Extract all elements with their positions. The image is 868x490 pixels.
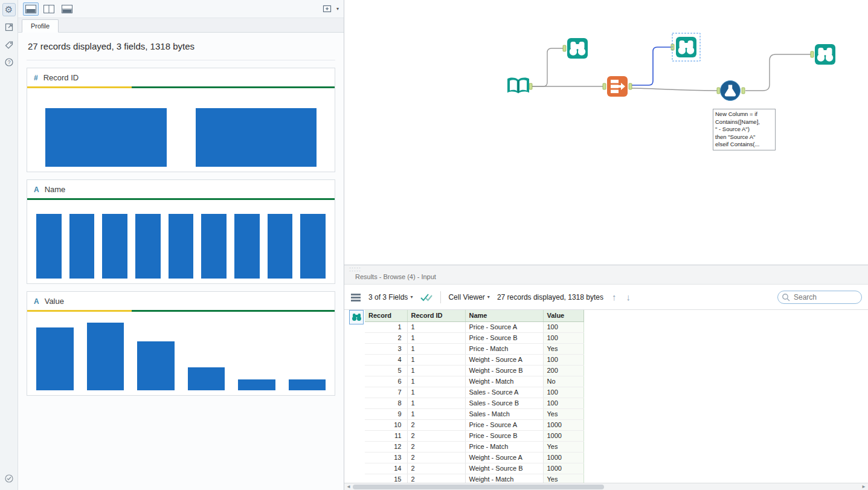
table-cell[interactable]: 100 bbox=[543, 387, 583, 398]
tool-browse-3[interactable] bbox=[815, 44, 835, 65]
table-cell[interactable]: 100 bbox=[543, 398, 583, 408]
table-cell[interactable]: 8 bbox=[365, 398, 407, 408]
table-cell[interactable]: 100 bbox=[543, 321, 583, 332]
layout-single-icon[interactable] bbox=[23, 2, 39, 16]
table-cell[interactable]: 2 bbox=[365, 332, 407, 343]
open-new-window-icon[interactable]: ▾ bbox=[323, 4, 339, 13]
connection[interactable] bbox=[745, 54, 811, 91]
table-row[interactable]: 122Price - MatchYes bbox=[365, 441, 583, 452]
cell-viewer-dropdown[interactable]: Cell Viewer ▾ bbox=[448, 293, 489, 301]
table-cell[interactable]: Yes bbox=[543, 441, 583, 452]
table-cell[interactable]: 100 bbox=[543, 332, 583, 343]
layout-split-horizontal-icon[interactable] bbox=[59, 2, 75, 16]
output-anchor[interactable] bbox=[629, 83, 632, 89]
table-cell[interactable]: 9 bbox=[365, 408, 407, 419]
scroll-right-icon[interactable]: ► bbox=[861, 484, 866, 489]
tool-browse-1[interactable] bbox=[567, 38, 588, 59]
table-row[interactable]: 91Sales - MatchYes bbox=[365, 408, 583, 419]
tool-browse-selected[interactable] bbox=[676, 37, 696, 57]
input-anchor[interactable] bbox=[717, 88, 720, 94]
table-cell[interactable]: Weight - Source B bbox=[465, 365, 543, 376]
input-anchor[interactable] bbox=[603, 83, 606, 89]
table-cell[interactable]: Sales - Match bbox=[465, 408, 543, 419]
table-cell[interactable]: 1 bbox=[407, 376, 465, 387]
table-cell[interactable]: Weight - Source A bbox=[465, 354, 543, 365]
table-cell[interactable]: Price - Source B bbox=[465, 430, 543, 441]
drag-handle[interactable]: ·········· bbox=[349, 266, 361, 272]
profile-field-card[interactable]: AValue bbox=[27, 291, 335, 396]
table-cell[interactable]: 2 bbox=[407, 452, 465, 463]
tab-profile[interactable]: Profile bbox=[22, 19, 59, 33]
table-cell[interactable]: 1 bbox=[365, 321, 407, 332]
table-cell[interactable]: Yes bbox=[543, 474, 583, 483]
table-cell[interactable]: 2 bbox=[407, 474, 465, 483]
table-cell[interactable]: 1 bbox=[407, 365, 465, 376]
horizontal-scrollbar[interactable]: ◄ ► bbox=[344, 483, 868, 490]
table-cell[interactable]: 7 bbox=[365, 387, 407, 398]
help-icon[interactable]: ? bbox=[2, 56, 16, 69]
table-cell[interactable]: 11 bbox=[365, 430, 407, 441]
table-cell[interactable]: Sales - Source A bbox=[465, 387, 543, 398]
column-header[interactable]: Value bbox=[543, 310, 583, 321]
table-cell[interactable]: Yes bbox=[543, 343, 583, 354]
scroll-down-icon[interactable]: ↓ bbox=[625, 292, 632, 302]
table-cell[interactable]: 13 bbox=[365, 452, 407, 463]
table-row[interactable]: 41Weight - Source A100 bbox=[365, 354, 583, 365]
browse-anchor-button[interactable] bbox=[349, 310, 364, 324]
table-cell[interactable]: 2 bbox=[407, 441, 465, 452]
table-cell[interactable]: Weight - Source A bbox=[465, 452, 543, 463]
table-cell[interactable]: Weight - Match bbox=[465, 474, 543, 483]
profile-field-card[interactable]: #Record ID bbox=[27, 68, 335, 172]
tool-arrange[interactable] bbox=[607, 76, 628, 97]
table-cell[interactable]: 2 bbox=[407, 463, 465, 474]
table-row[interactable]: 132Weight - Source A1000 bbox=[365, 452, 583, 463]
connection[interactable] bbox=[632, 88, 717, 91]
fit-canvas-icon[interactable] bbox=[2, 21, 16, 34]
scrollbar-thumb[interactable] bbox=[353, 485, 604, 489]
table-cell[interactable]: 10 bbox=[365, 419, 407, 430]
table-cell[interactable]: Price - Match bbox=[465, 343, 543, 354]
table-cell[interactable]: Price - Match bbox=[465, 441, 543, 452]
output-anchor[interactable] bbox=[529, 83, 532, 89]
table-row[interactable]: 152Weight - MatchYes bbox=[365, 474, 583, 483]
scroll-left-icon[interactable]: ◄ bbox=[346, 484, 351, 489]
workflow-canvas[interactable]: New Column = if Contains([Name], " - Sou… bbox=[344, 0, 868, 265]
table-row[interactable]: 112Price - Source B1000 bbox=[365, 430, 583, 441]
table-cell[interactable]: No bbox=[543, 376, 583, 387]
column-header[interactable]: Name bbox=[465, 310, 543, 321]
table-cell[interactable]: 1000 bbox=[543, 419, 583, 430]
table-cell[interactable]: 3 bbox=[365, 343, 407, 354]
table-cell[interactable]: 200 bbox=[543, 365, 583, 376]
table-cell[interactable]: 5 bbox=[365, 365, 407, 376]
column-header[interactable]: Record ID bbox=[407, 310, 465, 321]
input-anchor[interactable] bbox=[811, 51, 814, 57]
table-cell[interactable]: Price - Source B bbox=[465, 332, 543, 343]
table-cell[interactable]: 1000 bbox=[543, 430, 583, 441]
layout-split-vertical-icon[interactable] bbox=[41, 2, 57, 16]
table-row[interactable]: 51Weight - Source B200 bbox=[365, 365, 583, 376]
table-row[interactable]: 11Price - Source A100 bbox=[365, 321, 583, 332]
table-row[interactable]: 142Weight - Source B1000 bbox=[365, 463, 583, 474]
input-anchor[interactable] bbox=[563, 45, 566, 51]
table-cell[interactable]: Price - Source A bbox=[465, 321, 543, 332]
table-cell[interactable]: 15 bbox=[365, 474, 407, 483]
profile-field-card[interactable]: AName bbox=[27, 179, 335, 284]
tool-annotation[interactable]: New Column = if Contains([Name], " - Sou… bbox=[713, 109, 776, 150]
table-cell[interactable]: 2 bbox=[407, 419, 465, 430]
scroll-up-icon[interactable]: ↑ bbox=[611, 292, 618, 302]
column-header[interactable]: Record bbox=[365, 310, 407, 321]
table-row[interactable]: 31Price - MatchYes bbox=[365, 343, 583, 354]
table-cell[interactable]: 1 bbox=[407, 321, 465, 332]
table-cell[interactable]: 4 bbox=[365, 354, 407, 365]
connection[interactable] bbox=[532, 48, 563, 86]
table-cell[interactable]: 1 bbox=[407, 343, 465, 354]
table-cell[interactable]: 14 bbox=[365, 463, 407, 474]
apply-check-icon[interactable] bbox=[420, 292, 433, 302]
grid-view-icon[interactable] bbox=[350, 292, 361, 302]
table-row[interactable]: 71Sales - Source A100 bbox=[365, 387, 583, 398]
tool-formula[interactable] bbox=[721, 81, 741, 101]
table-cell[interactable]: 1 bbox=[407, 408, 465, 419]
table-cell[interactable]: 1 bbox=[407, 387, 465, 398]
table-cell[interactable]: 2 bbox=[407, 430, 465, 441]
table-cell[interactable]: Yes bbox=[543, 408, 583, 419]
